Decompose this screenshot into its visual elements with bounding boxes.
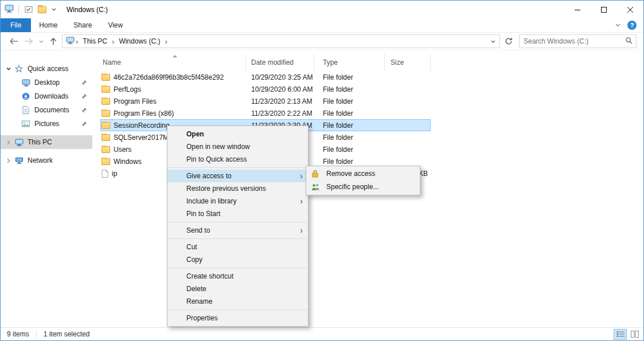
- address-bar[interactable]: › This PC › Windows (C:) ›: [62, 34, 500, 48]
- tab-view[interactable]: View: [100, 18, 131, 32]
- menu-item-properties[interactable]: Properties: [167, 312, 308, 324]
- minimize-button[interactable]: [564, 1, 591, 18]
- menu-item-label: Send to: [186, 226, 210, 234]
- recent-locations-button[interactable]: [36, 39, 46, 44]
- this-pc-icon: [13, 139, 25, 146]
- give-access-to-submenu: Remove access Specific people...: [306, 166, 420, 195]
- help-button[interactable]: ?: [627, 21, 637, 30]
- navigation-bar: › This PC › Windows (C:) ›: [1, 33, 643, 50]
- tab-home[interactable]: Home: [31, 18, 65, 32]
- file-name: Windows: [114, 158, 142, 166]
- sidebar-item-documents[interactable]: Documents: [1, 103, 92, 117]
- forward-button[interactable]: [21, 36, 36, 46]
- menu-item-delete[interactable]: Delete: [167, 283, 308, 295]
- menu-separator: [168, 268, 307, 268]
- breadcrumb-chevron-icon[interactable]: ›: [75, 37, 79, 46]
- file-row[interactable]: 46c2a726da869f96b3b8c5f458e292 10/29/202…: [100, 71, 431, 83]
- sidebar-item-quick-access[interactable]: Quick access: [1, 62, 92, 76]
- column-header-type[interactable]: Type: [314, 54, 385, 71]
- folder-icon: [102, 146, 110, 153]
- large-icons-view-button[interactable]: [628, 329, 641, 340]
- up-button[interactable]: [46, 36, 60, 46]
- submenu-arrow-icon: ›: [300, 224, 303, 237]
- menu-item-copy[interactable]: Copy: [167, 253, 308, 266]
- context-menu: Open Open in new window Pin to Quick acc…: [167, 126, 309, 327]
- refresh-button[interactable]: [502, 36, 516, 46]
- sidebar-item-desktop[interactable]: Desktop: [1, 76, 92, 89]
- menu-item-rename[interactable]: Rename: [167, 295, 308, 308]
- chevron-down-icon: [615, 23, 620, 27]
- menu-item-pin-to-quick-access[interactable]: Pin to Quick access: [167, 153, 308, 166]
- menu-item-restore-previous-versions[interactable]: Restore previous versions: [167, 182, 308, 195]
- address-dropdown-button[interactable]: [488, 39, 498, 44]
- menu-separator: [168, 309, 307, 310]
- column-header-size[interactable]: Size: [385, 54, 431, 71]
- folder-icon: [102, 110, 110, 117]
- menu-item-include-in-library[interactable]: Include in library ›: [167, 195, 308, 207]
- file-type: File folder: [314, 85, 385, 93]
- maximize-button[interactable]: [591, 1, 617, 18]
- qat-properties-button[interactable]: [24, 5, 34, 14]
- submenu-item-remove-access[interactable]: Remove access: [306, 167, 420, 181]
- file-name: Program Files (x86): [114, 109, 174, 117]
- tab-file[interactable]: File: [1, 18, 31, 32]
- expand-ribbon-button[interactable]: [615, 23, 620, 27]
- toolbar-divider: [18, 5, 19, 14]
- folder-icon: [102, 86, 110, 93]
- search-input[interactable]: [520, 37, 625, 45]
- menu-item-pin-to-start[interactable]: Pin to Start: [167, 207, 308, 220]
- search-box: [519, 34, 637, 48]
- chevron-expanded-icon[interactable]: [4, 66, 13, 71]
- file-type: File folder: [314, 121, 385, 130]
- file-row[interactable]: Program Files 11/23/2020 2:13 AM File fo…: [100, 95, 431, 107]
- tab-share[interactable]: Share: [65, 18, 100, 32]
- breadcrumb-chevron-icon[interactable]: ›: [111, 37, 115, 46]
- minimize-icon: [575, 7, 580, 13]
- menu-item-send-to[interactable]: Send to ›: [167, 224, 308, 237]
- column-header-date-modified[interactable]: Date modified: [246, 54, 314, 71]
- menu-item-open-in-new-window[interactable]: Open in new window: [167, 140, 308, 153]
- file-type: File folder: [314, 146, 385, 154]
- sidebar-item-label: Documents: [34, 106, 69, 114]
- lock-icon: [311, 170, 319, 178]
- file-row[interactable]: PerfLogs 10/29/2020 6:00 AM File folder: [100, 83, 431, 95]
- search-icon[interactable]: [625, 37, 633, 46]
- qat-customize-dropdown-button[interactable]: [50, 7, 57, 12]
- sort-ascending-icon: [173, 55, 177, 57]
- submenu-arrow-icon: ›: [300, 170, 303, 182]
- breadcrumb-chevron-icon[interactable]: ›: [163, 37, 168, 46]
- submenu-item-specific-people[interactable]: Specific people...: [306, 181, 420, 194]
- details-view-button[interactable]: [614, 329, 627, 340]
- menu-item-label: Include in library: [186, 197, 236, 205]
- sidebar-item-label: This PC: [28, 138, 52, 146]
- menu-item-give-access-to[interactable]: Give access to ›: [167, 170, 308, 182]
- pin-icon: [81, 93, 87, 101]
- chevron-collapsed-icon[interactable]: [4, 158, 13, 163]
- close-button[interactable]: [617, 1, 643, 18]
- file-row[interactable]: Program Files (x86) 11/23/2020 2:22 AM F…: [100, 107, 431, 119]
- menu-item-cut[interactable]: Cut: [167, 241, 308, 253]
- back-button[interactable]: [6, 36, 21, 46]
- status-bar: 9 items 1 item selected: [1, 327, 643, 340]
- breadcrumb-windows-c[interactable]: Windows (C:): [115, 35, 163, 48]
- quick-access-toolbar: [5, 5, 57, 14]
- window-controls: [564, 1, 643, 18]
- close-icon: [627, 7, 633, 13]
- sidebar-item-this-pc[interactable]: This PC: [1, 135, 92, 149]
- quick-access-star-icon: [13, 65, 25, 73]
- sidebar-item-downloads[interactable]: Downloads: [1, 89, 92, 103]
- pin-icon: [81, 107, 87, 115]
- menu-item-open[interactable]: Open: [167, 128, 308, 140]
- sidebar-item-pictures[interactable]: Pictures: [1, 117, 92, 131]
- pictures-icon: [20, 120, 32, 127]
- qat-new-folder-button[interactable]: [37, 5, 48, 14]
- sidebar-item-network[interactable]: Network: [1, 154, 92, 167]
- chevron-collapsed-icon[interactable]: [4, 140, 13, 145]
- breadcrumb-this-pc[interactable]: This PC: [79, 35, 111, 48]
- network-icon: [13, 157, 25, 164]
- pin-icon: [81, 80, 87, 88]
- new-folder-icon: [38, 6, 46, 13]
- menu-item-create-shortcut[interactable]: Create shortcut: [167, 270, 308, 283]
- file-date: 11/23/2020 2:22 AM: [246, 109, 314, 117]
- submenu-arrow-icon: ›: [300, 195, 303, 207]
